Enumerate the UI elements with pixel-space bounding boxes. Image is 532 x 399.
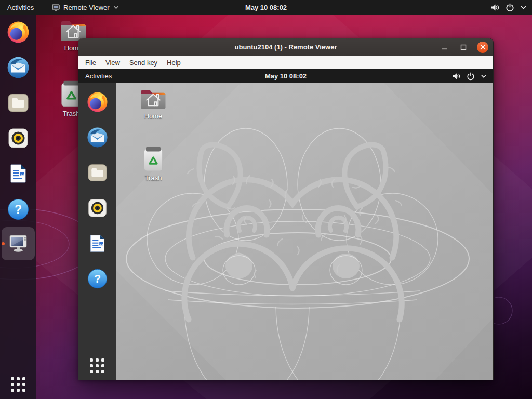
- guest-dock-item-libreoffice-writer[interactable]: [78, 231, 116, 255]
- host-show-applications-button[interactable]: [0, 377, 36, 392]
- window-titlebar[interactable]: ubuntu2104 (1) - Remote Viewer: [78, 38, 493, 56]
- window-title: ubuntu2104 (1) - Remote Viewer: [78, 43, 493, 51]
- guest-dock-item-rhythmbox[interactable]: [78, 196, 116, 220]
- help-icon: ?: [7, 198, 30, 221]
- home-folder-icon: [140, 87, 167, 111]
- libreoffice-writer-icon: [7, 162, 30, 185]
- guest-dock-item-thunderbird[interactable]: [78, 125, 116, 149]
- remote-viewer-icon: [6, 232, 30, 256]
- chevron-down-icon: [113, 5, 119, 10]
- maximize-button[interactable]: [458, 42, 469, 53]
- window-menubar: File View Send key Help: [78, 56, 493, 69]
- guest-home-label: Home: [144, 112, 163, 120]
- volume-icon[interactable]: [451, 72, 461, 81]
- power-icon[interactable]: [467, 72, 475, 81]
- screen: Home Trash Activities Remote Viewer May …: [0, 0, 532, 399]
- minimize-button[interactable]: [438, 42, 450, 53]
- host-dock-item-rhythmbox[interactable]: [0, 126, 36, 151]
- host-dock-item-remote-viewer[interactable]: [2, 227, 35, 260]
- hippo-wallpaper-art: [116, 83, 493, 380]
- guest-system-tray: [451, 69, 489, 83]
- app-grid-icon: [90, 358, 104, 373]
- thunderbird-icon: [86, 126, 109, 149]
- rhythmbox-icon: [87, 197, 108, 219]
- libreoffice-writer-icon: [87, 233, 108, 254]
- guest-dock: ?: [78, 83, 116, 380]
- help-icon: ?: [87, 268, 108, 289]
- svg-text:?: ?: [94, 272, 100, 285]
- firefox-icon: [86, 91, 109, 113]
- files-icon: [87, 162, 108, 183]
- host-system-tray: [490, 0, 529, 15]
- trash-icon: [143, 144, 164, 172]
- rhythmbox-icon: [7, 127, 30, 150]
- maximize-icon: [460, 44, 467, 50]
- host-dock-item-files[interactable]: [0, 90, 36, 115]
- host-focused-app-menu[interactable]: Remote Viewer: [52, 0, 119, 15]
- guest-activities-label: Activities: [85, 72, 112, 80]
- monitor-icon: [52, 4, 60, 11]
- menu-help[interactable]: Help: [162, 56, 185, 69]
- window-controls: [438, 38, 488, 56]
- volume-icon[interactable]: [490, 3, 500, 12]
- host-clock-label: May 10 08:02: [245, 4, 287, 11]
- guest-clock-label: May 10 08:02: [265, 72, 307, 80]
- menu-file[interactable]: File: [81, 56, 101, 69]
- host-dock-item-help[interactable]: ?: [0, 197, 36, 222]
- guest-screen: Activities May 10 08:02: [78, 69, 493, 380]
- host-focused-app-label: Remote Viewer: [63, 4, 110, 11]
- host-activities-button[interactable]: Activities: [0, 0, 41, 15]
- guest-dock-item-help[interactable]: ?: [78, 267, 116, 290]
- guest-desktop-icon-home[interactable]: Home: [137, 87, 170, 120]
- host-activities-label: Activities: [7, 4, 34, 11]
- guest-show-applications-button[interactable]: [78, 358, 116, 373]
- guest-dock-item-firefox[interactable]: [78, 90, 116, 114]
- host-dock-item-firefox[interactable]: [0, 20, 36, 45]
- host-dock-item-thunderbird[interactable]: [0, 55, 36, 80]
- guest-clock[interactable]: May 10 08:02: [265, 69, 307, 83]
- files-icon: [7, 91, 30, 114]
- menu-send-key[interactable]: Send key: [125, 56, 162, 69]
- power-icon[interactable]: [506, 3, 514, 12]
- svg-text:?: ?: [15, 203, 22, 216]
- host-dock-item-libreoffice-writer[interactable]: [0, 161, 36, 186]
- close-icon: [480, 44, 486, 50]
- chevron-down-icon[interactable]: [481, 73, 487, 79]
- host-clock[interactable]: May 10 08:02: [245, 0, 287, 15]
- chevron-down-icon[interactable]: [520, 4, 527, 11]
- close-button[interactable]: [477, 42, 488, 53]
- host-top-bar: Activities Remote Viewer May 10 08:02: [0, 0, 532, 15]
- thunderbird-icon: [6, 56, 30, 79]
- minimize-icon: [441, 44, 447, 50]
- remote-viewer-window: ubuntu2104 (1) - Remote Viewer: [78, 38, 494, 380]
- guest-trash-label: Trash: [145, 174, 162, 182]
- app-grid-icon: [11, 377, 25, 392]
- host-trash-label: Trash: [63, 110, 80, 117]
- guest-desktop-icon-trash[interactable]: Trash: [137, 144, 170, 182]
- running-indicator-dot: [2, 242, 5, 245]
- firefox-icon: [6, 20, 30, 44]
- guest-top-bar: Activities May 10 08:02: [78, 69, 493, 83]
- guest-body: ?: [78, 83, 493, 380]
- host-dock: ?: [0, 15, 36, 399]
- menu-view[interactable]: View: [101, 56, 125, 69]
- guest-activities-button[interactable]: Activities: [78, 69, 118, 83]
- guest-dock-item-files[interactable]: [78, 161, 116, 184]
- guest-desktop: Home Trash: [116, 83, 493, 380]
